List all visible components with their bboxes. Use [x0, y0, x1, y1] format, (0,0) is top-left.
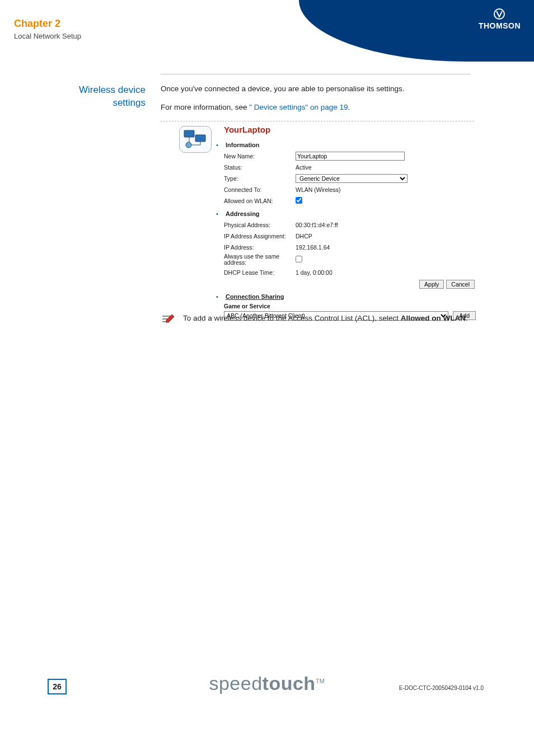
screenshot-frame: YourLaptop Information New Name:: [161, 121, 474, 312]
lease-time-value: 1 day, 0:00:00: [296, 269, 476, 276]
thomson-logo: THOMSON: [479, 8, 521, 30]
apply-button[interactable]: Apply: [419, 280, 444, 289]
allowed-wlan-label: Allowed on WLAN:: [224, 198, 296, 204]
device-icon: [179, 126, 212, 153]
section-addressing-head: Addressing: [226, 210, 260, 218]
pc-network-icon: [183, 129, 208, 149]
lease-time-label: DHCP Lease Time:: [224, 269, 296, 276]
ip-addr-value: 192.168.1.64: [296, 244, 476, 251]
footer-logo: speedtouchTM: [0, 673, 534, 694]
ip-addr-label: IP Address:: [224, 244, 296, 251]
logo-thin: speed: [209, 673, 262, 694]
section-connection-head: Connection Sharing: [226, 293, 284, 300]
new-name-input[interactable]: [296, 152, 405, 161]
allowed-wlan-checkbox[interactable]: [296, 197, 302, 204]
margin-title-line2: settings: [113, 97, 146, 108]
brand-name: THOMSON: [479, 21, 521, 30]
intro-paragraph-2: For more information, see " Device setti…: [161, 102, 474, 113]
note-icon: [161, 313, 175, 329]
doc-code: E-DOC-CTC-20050429-0104 v1.0: [399, 685, 484, 691]
svg-rect-2: [195, 135, 205, 142]
ip-assign-label: IP Address Assignment:: [224, 233, 296, 240]
device-title: YourLaptop: [224, 125, 270, 134]
page-number: 26: [48, 679, 67, 694]
svg-point-3: [186, 142, 191, 148]
game-service-label: Game or Service: [224, 303, 476, 309]
phys-addr-label: Physical Address:: [224, 222, 296, 228]
chapter-title: Chapter 2: [14, 18, 81, 30]
section-information: Information New Name: Status: Active: [224, 142, 476, 206]
note-text: To add a wireless device to the Access C…: [183, 313, 468, 323]
section-rule: [161, 74, 470, 74]
chapter-subtitle: Local Network Setup: [14, 32, 81, 40]
chapter-header: Chapter 2 Local Network Setup: [14, 18, 81, 40]
brand-swoosh: THOMSON: [299, 0, 534, 62]
new-name-label: New Name:: [224, 153, 296, 159]
logo-bold: touch: [263, 673, 316, 694]
thomson-mark-icon: [492, 8, 507, 20]
connected-to-value: WLAN (Wireless): [296, 186, 476, 193]
same-addr-label: Always use the same address:: [224, 253, 296, 266]
status-label: Status:: [224, 164, 296, 171]
cancel-button[interactable]: Cancel: [446, 280, 475, 289]
section-addressing: Addressing Physical Address: 00:30:f1:d4…: [224, 210, 476, 289]
svg-rect-1: [184, 130, 194, 137]
same-addr-checkbox[interactable]: [296, 256, 302, 262]
ip-assign-value: DHCP: [296, 233, 476, 240]
margin-title: Wireless device settings: [0, 84, 151, 110]
type-select[interactable]: Generic Device: [296, 174, 407, 183]
device-settings-crosslink[interactable]: " Device settings" on page 19: [249, 103, 348, 111]
margin-title-line1: Wireless device: [79, 84, 146, 95]
type-label: Type:: [224, 175, 296, 182]
status-value: Active: [296, 164, 476, 171]
section-information-head: Information: [226, 142, 260, 149]
connected-to-label: Connected To:: [224, 186, 296, 193]
note-block: To add a wireless device to the Access C…: [161, 313, 474, 329]
logo-tm: TM: [316, 678, 325, 684]
intro-paragraph-1: Once you've connected a device, you are …: [161, 84, 474, 95]
phys-addr-value: 00:30:f1:d4:e7:ff: [296, 222, 476, 228]
